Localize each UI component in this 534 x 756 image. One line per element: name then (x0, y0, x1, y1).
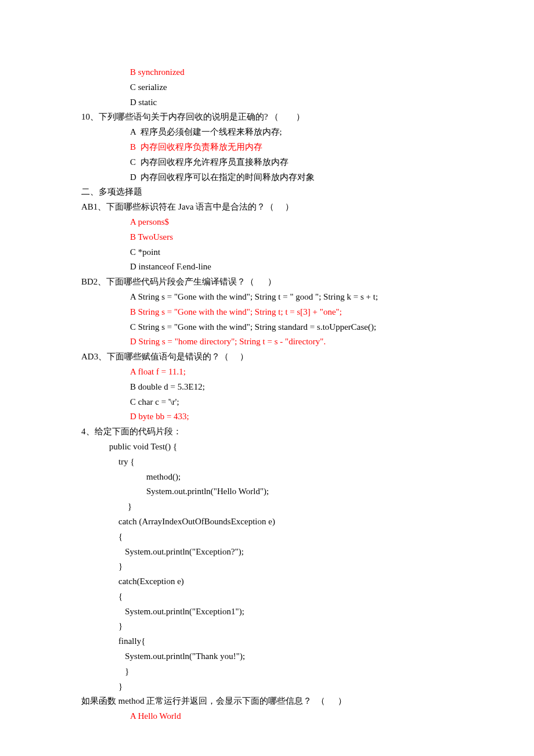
bd2-option-d: D String s = "home directory"; String t … (81, 334, 453, 350)
code-line: } (81, 559, 453, 574)
code-line: } (81, 664, 453, 679)
bd2-option-b: B String s = "Gone with the wind"; Strin… (81, 305, 453, 320)
question-10-stem: 10、下列哪些语句关于内存回收的说明是正确的? （ ） (81, 110, 453, 125)
option-c-serialize: C serialize (81, 80, 453, 95)
ab1-option-a: A persons$ (81, 215, 453, 230)
code-line: System.out.println("Exception1"); (81, 604, 453, 620)
code-line: } (81, 679, 453, 694)
question-ad3-stem: AD3、下面哪些赋值语句是错误的？（ ） (81, 350, 453, 365)
bd2-option-c: C String s = "Gone with the wind"; Strin… (81, 320, 453, 335)
ad3-option-a: A float f = 11.1; (81, 365, 453, 380)
code-line: { (81, 530, 453, 545)
question-4-after: 如果函数 method 正常运行并返回，会显示下面的哪些信息？ （ ） (81, 694, 453, 709)
option-b-synchronized: B synchronized (81, 65, 453, 80)
q4-option-a: A Hello World (81, 709, 453, 724)
bd2-option-a: A String s = "Gone with the wind"; Strin… (81, 290, 453, 305)
ad3-option-d: D byte bb = 433; (81, 409, 453, 424)
document-page: B synchronized C serialize D static 10、下… (0, 0, 534, 756)
question-bd2-stem: BD2、下面哪些代码片段会产生编译错误？（ ） (81, 275, 453, 290)
code-line: finally{ (81, 634, 453, 649)
code-line: System.out.println("Hello World"); (81, 484, 453, 499)
ab1-option-c: C *point (81, 245, 453, 260)
section-2-heading: 二、多项选择题 (81, 185, 453, 200)
code-line: public void Test() { (81, 440, 453, 455)
code-line: method(); (81, 470, 453, 485)
code-line: { (81, 589, 453, 604)
code-line: catch (ArrayIndexOutOfBoundsException e) (81, 514, 453, 530)
code-line: } (81, 619, 453, 634)
ab1-option-d: D instanceof F.end-line (81, 260, 453, 275)
option-d-static: D static (81, 95, 453, 110)
question-4-stem: 4、给定下面的代码片段： (81, 424, 453, 440)
ab1-option-b: B TwoUsers (81, 230, 453, 245)
ad3-option-c: C char c = '\r'; (81, 395, 453, 410)
q10-option-a: A 程序员必须创建一个线程来释放内存; (81, 125, 453, 140)
q10-option-c: C 内存回收程序允许程序员直接释放内存 (81, 155, 453, 170)
code-line: try { (81, 455, 453, 470)
code-line: catch(Exception e) (81, 574, 453, 589)
ad3-option-b: B double d = 5.3E12; (81, 380, 453, 395)
question-ab1-stem: AB1、下面哪些标识符在 Java 语言中是合法的？（ ） (81, 200, 453, 215)
q10-option-b: B 内存回收程序负责释放无用内存 (81, 140, 453, 155)
code-line: } (81, 499, 453, 514)
code-line: System.out.println("Exception?"); (81, 545, 453, 560)
code-line: System.out.println("Thank you!"); (81, 649, 453, 664)
q10-option-d: D 内存回收程序可以在指定的时间释放内存对象 (81, 170, 453, 185)
